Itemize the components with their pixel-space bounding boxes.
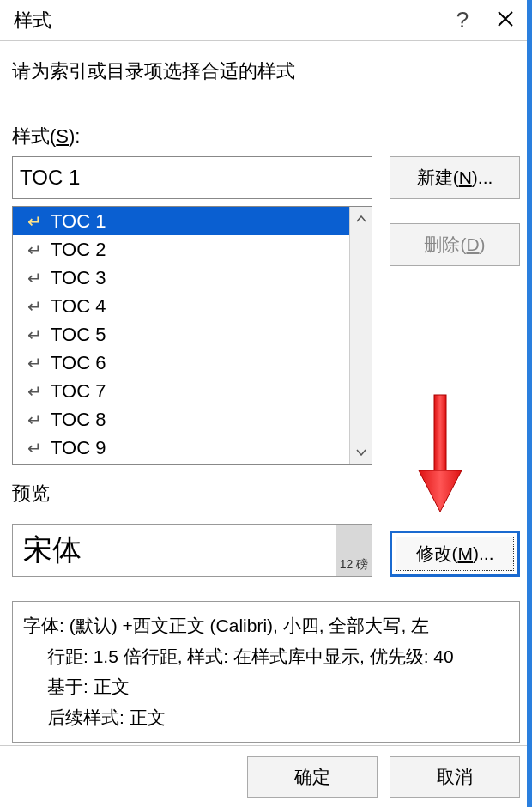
style-description: 字体: (默认) +西文正文 (Calibri), 小四, 全部大写, 左 行距… bbox=[12, 601, 520, 743]
style-list-item-label: TOC 2 bbox=[51, 239, 106, 261]
style-list-item[interactable]: ↵TOC 6 bbox=[13, 349, 349, 377]
paragraph-icon: ↵ bbox=[27, 296, 42, 317]
style-list-item-label: TOC 8 bbox=[51, 409, 106, 431]
ok-button[interactable]: 确定 bbox=[247, 756, 378, 798]
preview-font-size: 12 磅 bbox=[336, 525, 372, 576]
help-button[interactable]: ? bbox=[441, 7, 484, 33]
paragraph-icon: ↵ bbox=[27, 381, 42, 402]
style-list-item-label: TOC 3 bbox=[51, 267, 106, 289]
paragraph-icon: ↵ bbox=[27, 211, 42, 232]
style-name-input[interactable] bbox=[12, 156, 372, 199]
close-icon bbox=[497, 10, 514, 27]
modify-button[interactable]: 修改(M)... bbox=[396, 537, 514, 571]
style-listbox[interactable]: ↵TOC 1↵TOC 2↵TOC 3↵TOC 4↵TOC 5↵TOC 6↵TOC… bbox=[12, 206, 372, 465]
dialog-content: 请为索引或目录项选择合适的样式 样式(S): ↵TOC 1↵TOC 2↵TOC … bbox=[0, 41, 532, 743]
scroll-track[interactable] bbox=[350, 231, 372, 440]
style-list-item[interactable]: ↵TOC 9 bbox=[13, 434, 349, 462]
paragraph-icon: ↵ bbox=[27, 268, 42, 288]
scrollbar[interactable] bbox=[349, 207, 372, 464]
desc-line-1: 字体: (默认) +西文正文 (Calibri), 小四, 全部大写, 左 bbox=[23, 610, 509, 641]
delete-button[interactable]: 删除(D) bbox=[390, 223, 520, 266]
style-list-item-label: TOC 6 bbox=[51, 352, 106, 374]
preview-label: 预览 bbox=[12, 481, 520, 507]
preview-font-name: 宋体 bbox=[13, 525, 336, 576]
scroll-up-icon[interactable] bbox=[350, 207, 372, 231]
dialog-footer: 确定 取消 bbox=[0, 745, 532, 807]
styles-label: 样式(S): bbox=[12, 124, 520, 149]
style-list-item-label: TOC 7 bbox=[51, 380, 106, 403]
scroll-down-icon[interactable] bbox=[350, 440, 372, 464]
title-bar: 样式 ? bbox=[0, 0, 532, 41]
new-button[interactable]: 新建(N)... bbox=[390, 156, 520, 199]
paragraph-icon: ↵ bbox=[27, 438, 42, 458]
dialog-title: 样式 bbox=[14, 8, 441, 33]
paragraph-icon: ↵ bbox=[27, 325, 42, 345]
desc-line-2: 行距: 1.5 倍行距, 样式: 在样式库中显示, 优先级: 40 bbox=[23, 641, 509, 672]
style-list-item[interactable]: ↵TOC 8 bbox=[13, 405, 349, 434]
style-list-item-label: TOC 1 bbox=[51, 210, 106, 233]
style-list-item[interactable]: ↵TOC 7 bbox=[13, 377, 349, 405]
modify-button-highlight: 修改(M)... bbox=[390, 531, 520, 577]
paragraph-icon: ↵ bbox=[27, 353, 42, 373]
close-button[interactable] bbox=[484, 10, 527, 31]
paragraph-icon: ↵ bbox=[27, 240, 42, 260]
instruction-text: 请为索引或目录项选择合适的样式 bbox=[12, 58, 520, 84]
style-list-item[interactable]: ↵TOC 2 bbox=[13, 235, 349, 264]
cancel-button[interactable]: 取消 bbox=[390, 756, 520, 798]
style-list-item-label: TOC 4 bbox=[51, 295, 106, 318]
desc-line-4: 后续样式: 正文 bbox=[23, 702, 509, 733]
style-list-item-label: TOC 9 bbox=[51, 437, 106, 459]
desc-line-3: 基于: 正文 bbox=[23, 671, 509, 702]
paragraph-icon: ↵ bbox=[27, 410, 42, 430]
style-list-item-label: TOC 5 bbox=[51, 324, 106, 346]
style-list-item[interactable]: ↵TOC 4 bbox=[13, 292, 349, 320]
style-list-scroll: ↵TOC 1↵TOC 2↵TOC 3↵TOC 4↵TOC 5↵TOC 6↵TOC… bbox=[13, 207, 349, 464]
style-list-item[interactable]: ↵TOC 3 bbox=[13, 264, 349, 292]
window-edge bbox=[527, 0, 532, 807]
preview-box: 宋体 12 磅 bbox=[12, 524, 372, 577]
style-list-item[interactable]: ↵TOC 1 bbox=[13, 207, 349, 235]
style-list-item[interactable]: ↵TOC 5 bbox=[13, 320, 349, 349]
